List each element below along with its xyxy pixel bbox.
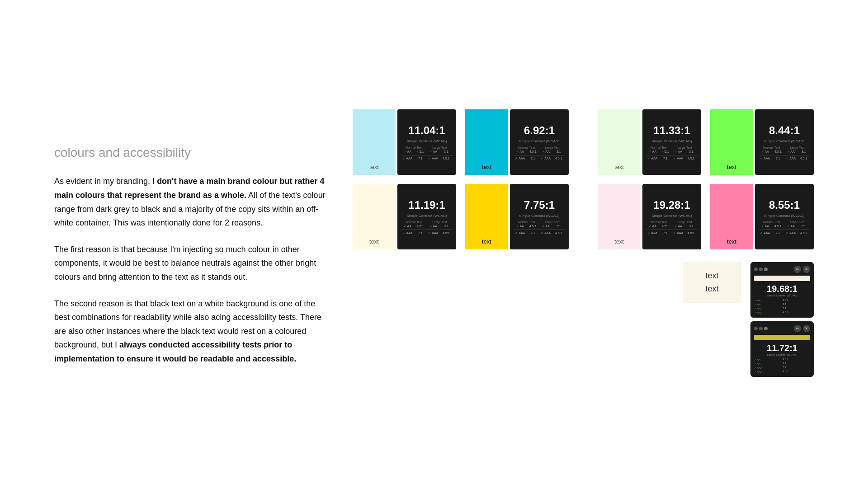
aaa-large-val: 4.5:1 <box>440 157 453 160</box>
green-light-pair: text 11.33:1 Simple Contrast (WCAG) Norm… <box>598 109 701 175</box>
blue-bright-ac: Normal Text Large Text ✓AA 4.5:1 ✓AA 3:1 <box>514 146 565 160</box>
pink-light-pair: text 19.28:1 Simple Contrast (WCAG) Norm… <box>598 184 701 249</box>
mobile-card-2: ✏ ✕ 11.72:1 Simple Contrast (WCAG) ✓ AA4… <box>750 321 814 377</box>
mobile-ratio-2: 11.72:1 <box>754 343 810 353</box>
mobile-checks-2: ✓ AA4.5:1 ✓ AA3:1 ✓ AAA7:1 ✓ AAA4.5:1 <box>754 358 810 373</box>
mobile-checks-1: ✓ AA4.5:1 ✓ AA3:1 ✓ AAA7:1 ✓ AAA4.5:1 <box>754 299 810 314</box>
aa-row-2: ✓AA 4.5:1 ✓AA 3:1 <box>514 150 565 154</box>
green-light-ratio: 11.33:1 <box>653 124 690 137</box>
pink-bright-ratio: 8.55:1 <box>769 199 800 212</box>
blue-light-ac: Normal Text Large Text ✓AA 4.5:1 ✓AA 3:1 <box>401 146 453 160</box>
mobile-card-2-header: ✏ ✕ <box>754 325 810 332</box>
blue-light-cards: 11.04:1 Simple Contrast (WCAG) Normal Te… <box>397 109 456 175</box>
yellow-light-pair: text 11.19:1 Simple Contrast (WCAG) Norm… <box>353 184 456 249</box>
pink-bright-text-label: text <box>727 238 736 245</box>
para1-normal: As evident in my branding, <box>54 177 152 186</box>
offwhite-text-1: text <box>705 271 718 281</box>
mobile-sub-1: Simple Contrast (WCAG) <box>754 294 810 297</box>
yellow-light-card-1: 11.19:1 Simple Contrast (WCAG) Normal Te… <box>397 184 456 249</box>
mobile-dot-3 <box>764 267 768 271</box>
green-bright-cards: 8.44:1 Simple Contrast (WCAG) Normal Tex… <box>755 109 814 175</box>
mobile-dot-5 <box>759 327 763 330</box>
section-title: colours and accessibility <box>54 145 326 160</box>
aa-large-check: ✓AA <box>427 150 440 154</box>
pink-bright-pair: text 8.55:1 Simple Contrast (WCAG) Norma… <box>710 184 814 249</box>
large-text-header-2: Large Text <box>539 146 565 149</box>
mobile-icons-2: ✏ ✕ <box>794 325 810 332</box>
yellow-bright-card-1: 7.75:1 Simple Contrast (WCAG) Normal Tex… <box>510 184 569 249</box>
normal-text-header: Normal Text <box>401 146 427 149</box>
yellow-bright-ratio: 7.75:1 <box>524 199 555 212</box>
offwhite-row: text text ✏ <box>353 262 814 377</box>
pink-bright-swatch: text <box>710 184 753 249</box>
pink-bright-card-1: 8.55:1 Simple Contrast (WCAG) Normal Tex… <box>755 184 814 249</box>
yellow-light-ratio: 11.19:1 <box>408 199 445 212</box>
aa-normal-val: 4.5:1 <box>414 150 427 154</box>
aaa-normal-val: 7:1 <box>414 157 427 160</box>
green-light-cards: 11.33:1 Simple Contrast (WCAG) Normal Te… <box>642 109 701 175</box>
green-bright-ratio: 8.44:1 <box>769 124 800 137</box>
pink-light-text-label: text <box>614 238 624 245</box>
green-light-text-label: text <box>614 164 624 170</box>
ac-headers-2: Normal Text Large Text <box>514 146 565 149</box>
mobile-dot-4 <box>754 327 758 330</box>
green-bright-swatch: text <box>710 109 753 175</box>
yellow-pink-row: text 11.19:1 Simple Contrast (WCAG) Norm… <box>353 184 814 249</box>
yellow-light-cards: 11.19:1 Simple Contrast (WCAG) Normal Te… <box>397 184 456 249</box>
normal-text-header-2: Normal Text <box>514 146 539 149</box>
blue-light-swatch: text <box>353 109 396 175</box>
pink-bright-cards: 8.55:1 Simple Contrast (WCAG) Normal Tex… <box>755 184 814 249</box>
mobile-dot-2 <box>759 267 763 271</box>
offwhite-container: text text <box>683 262 741 303</box>
pink-light-card-1: 19.28:1 Simple Contrast (WCAG) Normal Te… <box>642 184 701 249</box>
paragraph-2: The first reason is that because I'm inj… <box>54 243 326 284</box>
blue-bright-card-label: Simple Contrast (WCAG) <box>519 139 559 143</box>
divider-2 <box>514 155 565 155</box>
offwhite-text-2: text <box>705 284 718 294</box>
paragraph-3: The second reason is that black text on … <box>54 297 326 366</box>
green-bright-card-1: 8.44:1 Simple Contrast (WCAG) Normal Tex… <box>755 109 814 175</box>
mobile-color-bar-2 <box>754 335 810 340</box>
blue-light-ratio: 11.04:1 <box>408 124 445 137</box>
mobile-icons-1: ✏ ✕ <box>794 266 810 273</box>
mobile-dot-6 <box>764 327 768 330</box>
green-light-card-1: 11.33:1 Simple Contrast (WCAG) Normal Te… <box>642 109 701 175</box>
blue-row: text 11.04:1 Simple Contrast (WCAG) Norm… <box>353 109 814 175</box>
green-light-ac: Normal Text Large Text ✓AA 4.5:1 ✓AA 3:1 <box>646 146 698 160</box>
yellow-bright-text-label: text <box>482 238 491 245</box>
edit-icon: ✏ <box>794 266 801 273</box>
pink-light-cards: 19.28:1 Simple Contrast (WCAG) Normal Te… <box>642 184 701 249</box>
aa-normal-check: ✓AA <box>401 150 414 154</box>
mobile-card-1-header: ✏ ✕ <box>754 266 810 273</box>
aaa-row: ✓AAA 7:1 ✓AAA 4.5:1 <box>401 157 453 160</box>
blue-bright-text-label: text <box>482 164 491 170</box>
aaa-row-2: ✗AAA 7:1 ✓AAA 4.5:1 <box>514 157 565 160</box>
blue-bright-card-1: 6.92:1 Simple Contrast (WCAG) Normal Tex… <box>510 109 569 175</box>
mobile-dots <box>754 267 768 271</box>
blue-light-card-1: 11.04:1 Simple Contrast (WCAG) Normal Te… <box>397 109 456 175</box>
yellow-bright-pair: text 7.75:1 Simple Contrast (WCAG) Norma… <box>465 184 569 249</box>
green-bright-pair: text 8.44:1 Simple Contrast (WCAG) Norma… <box>710 109 814 175</box>
pink-light-ratio: 19.28:1 <box>653 199 690 212</box>
blue-bright-ratio: 6.92:1 <box>524 124 555 137</box>
close-icon-2: ✕ <box>803 325 810 332</box>
yellow-light-text-label: text <box>369 238 379 245</box>
divider <box>401 155 453 155</box>
close-icon: ✕ <box>803 266 810 273</box>
blue-light-card-label: Simple Contrast (WCAG) <box>406 139 447 143</box>
blue-bright-cards: 6.92:1 Simple Contrast (WCAG) Normal Tex… <box>510 109 569 175</box>
aaa-large-check: ✓AAA <box>427 157 440 160</box>
mobile-color-bar-1 <box>754 276 810 281</box>
aaa-normal-check: ✓AAA <box>401 157 414 160</box>
mobile-card-1: ✏ ✕ 19.68:1 Simple Contrast (WCAG) ✓ AA4… <box>750 262 814 318</box>
green-light-swatch: text <box>598 109 641 175</box>
aa-large-val: 3:1 <box>440 150 453 154</box>
paragraph-1: As evident in my branding, I don't have … <box>54 174 326 230</box>
mobile-dots-2 <box>754 327 768 330</box>
text-section: colours and accessibility As evident in … <box>54 109 326 378</box>
blue-light-pair: text 11.04:1 Simple Contrast (WCAG) Norm… <box>353 109 456 175</box>
ac-headers: Normal Text Large Text <box>401 146 453 149</box>
blue-bright-swatch: text <box>465 109 508 175</box>
mobile-sub-2: Simple Contrast (WCAG) <box>754 353 810 356</box>
blue-light-text-label: text <box>369 164 379 170</box>
